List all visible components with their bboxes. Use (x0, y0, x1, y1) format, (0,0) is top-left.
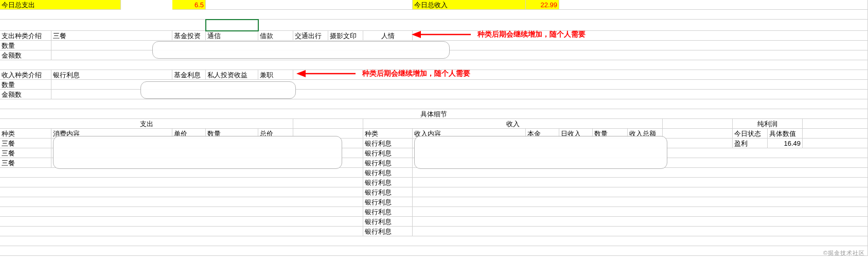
inc-row-5[interactable]: 银行利息 (363, 187, 413, 197)
cell[interactable] (0, 217, 363, 227)
inc-row-1[interactable]: 银行利息 (363, 148, 413, 158)
cell[interactable] (413, 178, 868, 187)
income-cat-0[interactable]: 银行利息 (51, 70, 172, 80)
inc-row-9[interactable]: 银行利息 (363, 227, 413, 236)
cell[interactable] (0, 168, 363, 178)
svg-marker-3 (296, 70, 306, 77)
cell[interactable] (663, 119, 733, 129)
details-section-title-text: 具体细节 (2, 110, 866, 118)
active-cell[interactable] (206, 20, 258, 31)
inc-row-0[interactable]: 银行利息 (363, 139, 413, 148)
expense-cat-3[interactable]: 借款 (258, 31, 293, 41)
inc-row-8[interactable]: 银行利息 (363, 217, 413, 227)
income-cat-2[interactable]: 私人投资收益 (206, 70, 258, 80)
callout-bubble-3 (53, 136, 342, 169)
cell[interactable] (803, 119, 868, 129)
cell[interactable] (413, 217, 868, 227)
inc-row-4[interactable]: 银行利息 (363, 178, 413, 187)
inc-row-3[interactable]: 银行利息 (363, 168, 413, 178)
inc-row-2[interactable]: 银行利息 (363, 158, 413, 168)
inc-col-0[interactable]: 种类 (363, 129, 413, 139)
row-blank[interactable] (0, 246, 868, 256)
profit-group-header[interactable]: 纯利润 (733, 119, 803, 129)
expense-qty-label[interactable]: 数量 (0, 41, 51, 50)
row-blank[interactable] (0, 10, 868, 20)
cell[interactable] (0, 207, 363, 217)
spreadsheet[interactable]: 今日总支出 6.5 今日总收入 22.99 支出种类介绍 三餐 基金投资 通信 … (0, 0, 868, 259)
expense-cat-6[interactable]: 人情 (363, 31, 413, 41)
income-qty-label[interactable]: 数量 (0, 80, 51, 90)
expense-cat-5[interactable]: 摄影文印 (328, 31, 363, 41)
cell[interactable] (413, 168, 868, 178)
cell[interactable] (0, 187, 363, 197)
expense-category-rowlabel[interactable]: 支出种类介绍 (0, 31, 51, 41)
cell[interactable] (0, 178, 363, 187)
callout-bubble-2 (140, 81, 296, 99)
income-label[interactable]: 今日总收入 (413, 0, 526, 10)
expense-cat-1[interactable]: 基金投资 (172, 31, 206, 41)
expense-amount-label[interactable]: 金额数 (0, 50, 51, 60)
cell[interactable] (413, 207, 868, 217)
cell[interactable] (803, 129, 868, 139)
expense-group-header[interactable]: 支出 (0, 119, 293, 129)
cell[interactable] (0, 227, 363, 236)
cell[interactable] (0, 197, 363, 207)
expense-label[interactable]: 今日总支出 (0, 0, 121, 10)
annotation-1: 种类后期会继续增加，随个人需要 (477, 30, 586, 39)
cell[interactable] (559, 0, 868, 10)
cell[interactable] (413, 197, 868, 207)
cell[interactable] (258, 20, 868, 31)
row-blank[interactable] (0, 236, 868, 246)
income-cat-3[interactable]: 兼职 (258, 70, 293, 80)
arrow-icon (412, 29, 473, 40)
income-amount-label[interactable]: 金额数 (0, 90, 51, 99)
expense-value[interactable]: 6.5 (172, 0, 206, 10)
income-category-rowlabel[interactable]: 收入种类介绍 (0, 70, 51, 80)
exp-row-1[interactable]: 三餐 (0, 148, 51, 158)
cell[interactable] (206, 0, 413, 10)
exp-row-0[interactable]: 三餐 (0, 139, 51, 148)
exp-col-0[interactable]: 种类 (0, 129, 51, 139)
cell[interactable] (413, 227, 868, 236)
profit-col-1[interactable]: 具体数值 (768, 129, 803, 139)
cell[interactable] (293, 119, 363, 129)
svg-marker-1 (412, 31, 421, 38)
watermark: ©掘金技术社区 (823, 249, 865, 257)
income-value[interactable]: 22.99 (526, 0, 559, 10)
profit-status[interactable]: 盈利 (733, 139, 768, 148)
callout-bubble-1 (152, 41, 450, 59)
cell[interactable] (663, 129, 733, 139)
inc-row-6[interactable]: 银行利息 (363, 197, 413, 207)
expense-cat-0[interactable]: 三餐 (51, 31, 172, 41)
row-blank[interactable] (0, 99, 868, 109)
callout-bubble-4 (414, 136, 667, 169)
details-section-title[interactable]: 具体细节 (0, 109, 868, 119)
exp-row-2[interactable]: 三餐 (0, 158, 51, 168)
cell[interactable] (0, 20, 206, 31)
expense-cat-2[interactable]: 通信 (206, 31, 258, 41)
cell[interactable] (413, 187, 868, 197)
expense-cat-4[interactable]: 交通出行 (293, 31, 328, 41)
income-group-header[interactable]: 收入 (363, 119, 663, 129)
profit-col-0[interactable]: 今日状态 (733, 129, 768, 139)
arrow-icon (296, 68, 358, 79)
inc-row-7[interactable]: 银行利息 (363, 207, 413, 217)
annotation-2: 种类后期会继续增加，随个人需要 (362, 69, 470, 78)
income-cat-1[interactable]: 基金利息 (172, 70, 206, 80)
profit-value[interactable]: 16.49 (768, 139, 803, 148)
cell[interactable] (803, 139, 868, 148)
